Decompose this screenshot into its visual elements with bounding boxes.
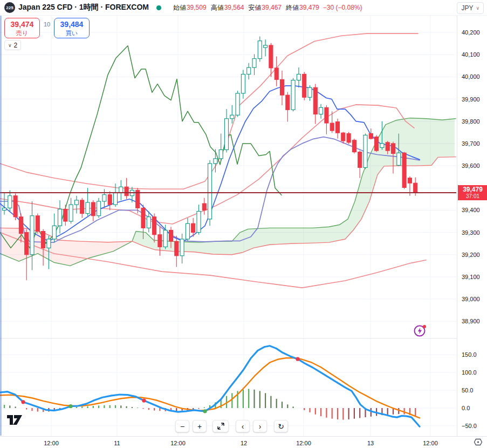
price-axis-label: 150.0 <box>462 351 477 358</box>
price-axis-label: 100.0 <box>462 369 477 376</box>
indicators-count: 2 <box>14 42 18 49</box>
change-value: −30 (−0.08%) <box>323 4 362 11</box>
price-axis-label: −50.0 <box>462 423 477 429</box>
sell-button[interactable]: 39,474 売り <box>4 18 40 38</box>
price-axis-label: 39,100 <box>462 274 480 280</box>
scroll-right-button[interactable]: › <box>253 420 267 432</box>
chevron-left-icon: ‹ <box>242 422 244 431</box>
chevron-down-icon: ∨ <box>8 43 12 48</box>
scroll-left-button[interactable]: ‹ <box>236 420 250 432</box>
market-status-icon <box>156 5 161 10</box>
ohlc-label: 始値 <box>173 3 186 12</box>
maximize-icon <box>217 423 224 430</box>
last-price-badge: 39,47937:01 <box>458 185 487 200</box>
tradingview-logo-icon <box>6 414 23 427</box>
price-axis-label: 39,300 <box>462 229 480 236</box>
ohlc-value: 39,509 <box>187 4 207 11</box>
trade-widget: 39,474 売り 10 39,484 買い <box>4 18 90 38</box>
time-axis-label: 12:00 <box>423 440 438 446</box>
bar-countdown: 37:01 <box>458 193 487 199</box>
currency-selector[interactable]: JPY ∨ <box>457 2 484 14</box>
price-axis-label: 40,200 <box>462 29 480 36</box>
chart-canvas[interactable] <box>0 0 487 448</box>
buy-price: 39,484 <box>54 20 89 30</box>
time-axis-label: 11 <box>114 440 120 446</box>
ohlc-label: 安値 <box>248 3 261 12</box>
price-axis-label: 39,900 <box>462 96 480 103</box>
buy-button[interactable]: 39,484 買い <box>54 18 90 38</box>
ohlc-value: 39,467 <box>262 4 282 11</box>
price-axis-label: 39,400 <box>462 207 480 213</box>
reset-icon: ↻ <box>278 422 284 431</box>
time-axis-label: 13 <box>367 440 374 446</box>
session-settings-button[interactable] <box>474 438 483 448</box>
last-price: 39,479 <box>458 186 487 193</box>
chart-header: 225 Japan 225 CFD · 1時間 · FOREXCOM 始値39,… <box>0 0 487 16</box>
price-axis[interactable]: 40,20040,10040,00039,90039,80039,70039,6… <box>457 16 487 436</box>
time-axis-label: 12:00 <box>44 440 59 446</box>
price-axis-label: 39,700 <box>462 140 480 147</box>
ohlc-value: 39,479 <box>299 4 319 11</box>
ohlc-label: 高値 <box>211 3 224 12</box>
price-axis-label: 0.0 <box>462 405 470 411</box>
reset-chart-button[interactable]: ↻ <box>274 420 288 432</box>
hexagon-clock-icon <box>474 438 483 446</box>
flash-icon <box>413 324 427 338</box>
quick-trade-flash-icon[interactable] <box>413 324 427 340</box>
ohlc-label: 終値 <box>286 3 299 12</box>
zoom-out-button[interactable]: − <box>175 420 189 432</box>
plus-icon: + <box>197 422 202 431</box>
symbol-title[interactable]: Japan 225 CFD · 1時間 · FOREXCOM <box>18 3 149 12</box>
zoom-in-button[interactable]: + <box>193 420 207 432</box>
time-axis[interactable]: 12:001112:001212:001312:00 <box>0 436 487 448</box>
chevron-right-icon: › <box>259 422 262 431</box>
price-axis-label: 39,200 <box>462 252 480 258</box>
price-axis-label: 39,800 <box>462 118 480 125</box>
symbol-logo[interactable]: 225 <box>4 2 15 13</box>
indicators-collapse-button[interactable]: ∨ 2 <box>4 40 21 50</box>
price-axis-label: 39,600 <box>462 162 480 169</box>
sell-price: 39,474 <box>5 20 39 30</box>
sell-label: 売り <box>5 30 39 37</box>
price-axis-label: 50.0 <box>462 387 473 393</box>
time-axis-label: 12 <box>241 440 247 446</box>
minus-icon: − <box>180 422 184 431</box>
ohlc-values: 始値39,509高値39,564安値39,467終値39,479−30 (−0.… <box>169 3 362 12</box>
currency-label: JPY <box>461 4 473 12</box>
spread-value: 10 <box>40 18 54 28</box>
chevron-down-icon: ∨ <box>476 5 479 11</box>
price-axis-label: 40,100 <box>462 51 480 58</box>
price-axis-label: 39,000 <box>462 296 480 302</box>
buy-label: 買い <box>54 30 89 37</box>
price-axis-label: 38,900 <box>462 318 480 324</box>
tradingview-logo[interactable] <box>6 414 23 429</box>
ohlc-value: 39,564 <box>224 4 244 11</box>
maximize-pane-button[interactable] <box>212 420 229 432</box>
price-axis-label: 40,000 <box>462 73 480 80</box>
time-axis-label: 12:00 <box>170 440 186 446</box>
time-axis-label: 12:00 <box>296 440 311 446</box>
